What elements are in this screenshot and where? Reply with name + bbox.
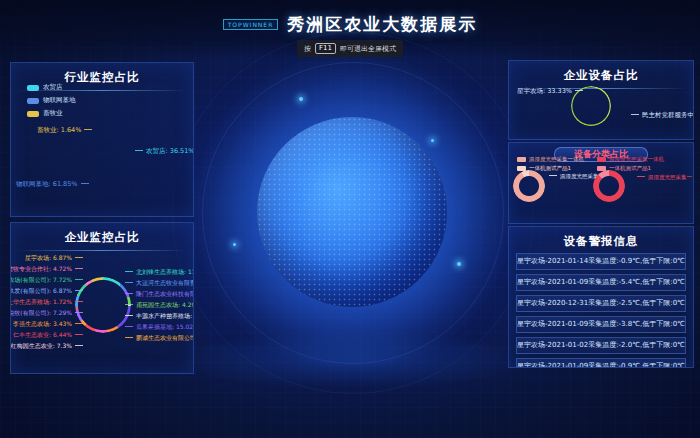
chart-label: 民主村党群服务中心:	[631, 111, 694, 120]
dashboard: TOPWINNER 秀洲区农业大数据展示 按 F11 即可退出全屏模式 行业监控…	[0, 0, 700, 438]
chart-label: 农贸店: 36.51%	[135, 147, 194, 156]
chart-label: 红梅园生态农业: 7.3%	[11, 342, 83, 351]
fullscreen-hint-toast: 按 F11 即可退出全屏模式	[297, 40, 403, 57]
legend-label: 温湿度光照采集一体机	[609, 156, 664, 163]
chart-label: 仁丰生态农业: 6.44%	[13, 331, 83, 340]
panel-corner	[186, 222, 194, 230]
legend-swatch	[27, 85, 39, 91]
hint-prefix: 按	[304, 44, 311, 54]
chart-label: 温湿度光照采集一	[637, 174, 692, 181]
panel-corner	[686, 60, 694, 68]
panel-corner	[686, 132, 694, 140]
globe-floor-glow	[170, 330, 534, 390]
alert-row: 星宇农场-2021-01-14采集温度:-0.9℃,低于下限:0℃	[516, 253, 686, 270]
chart-label: 星宇农场: 33.33%	[517, 87, 583, 96]
legend-swatch	[517, 157, 526, 162]
chart-label: 上华生态养殖场: 1.72%	[10, 298, 83, 307]
chart-label: 家福农场(有限公司): 7.72%	[10, 276, 83, 285]
panel-title: 企业设备占比	[509, 68, 693, 83]
legend-label: 畜牧业	[43, 109, 63, 118]
industry-legend: 农贸店 物联网基地 畜牧业	[27, 83, 76, 122]
panel-industry-monitor: 行业监控占比 农贸店 物联网基地 畜牧业 畜牧业: 1.64% 农贸店: 36.…	[10, 62, 194, 217]
donut-chart-device-class-left[interactable]	[513, 170, 545, 202]
globe-dot-map	[257, 117, 447, 307]
panel-corner	[508, 216, 516, 224]
panel-corner	[686, 216, 694, 224]
chart-label: 大运河生态牧业有限责任公	[125, 279, 194, 288]
panel-corner	[10, 366, 18, 374]
panel-enterprise-device: 企业设备占比 星宇农场: 33.33% 民主村党群服务中心:	[508, 60, 694, 140]
legend-item[interactable]: 温湿度光照采集一体机	[517, 156, 584, 163]
chart-label: 甫苑园生态农场: 4.29	[125, 301, 194, 310]
panel-corner	[508, 132, 516, 140]
globe-sphere	[257, 117, 447, 307]
brand-logo: TOPWINNER	[223, 19, 279, 30]
chart-label: 丰源水产种苗养殖场: 1.	[125, 312, 194, 321]
legend-swatch	[597, 157, 606, 162]
alert-row: 星宇农场-2021-01-09采集温度:-0.9℃,低于下限:0℃	[516, 358, 686, 368]
glow-dot	[233, 243, 236, 246]
glow-dot	[299, 97, 303, 101]
alert-row: 星宇农场-2021-01-02采集温度:-2.0℃,低于下限:0℃	[516, 337, 686, 354]
panel-corner	[686, 226, 694, 234]
panel-corner	[508, 226, 516, 234]
alert-row: 星宇农场-2021-01-09采集温度:-5.4℃,低于下限:0℃	[516, 274, 686, 291]
legend-label: 物联网基地	[43, 96, 76, 105]
legend-swatch	[27, 111, 39, 117]
alert-row: 星宇农场-2021-01-09采集温度:-3.8℃,低于下限:0℃	[516, 316, 686, 333]
panel-corner	[10, 209, 18, 217]
panel-device-alerts: 设备警报信息 星宇农场-2021-01-14采集温度:-0.9℃,低于下限:0℃…	[508, 226, 694, 368]
donut-chart-device-class-right[interactable]	[593, 170, 625, 202]
panel-corner	[10, 222, 18, 230]
legend-label: 农贸店	[43, 83, 63, 92]
legend-item[interactable]: 畜牧业	[27, 109, 76, 118]
legend-item[interactable]: 温湿度光照采集一体机	[597, 156, 664, 163]
panel-corner	[508, 60, 516, 68]
chart-label: 和超雪牧专业合作社: 4.72%	[10, 265, 83, 274]
donut-chart-enterprise-monitor[interactable]	[75, 277, 131, 333]
panel-corner	[186, 366, 194, 374]
panel-device-classification: 设备分类占比 温湿度光照采集一体机 一体机测试产品1 温湿度光照采集一 温湿度光…	[508, 142, 694, 224]
panel-title: 企业监控占比	[11, 230, 193, 245]
chart-label: 中悦牧(有限公司): 7.29%	[10, 309, 83, 318]
chart-label: 隆门生态农业科技有限公	[125, 290, 194, 299]
chart-label: 星宇农场: 6.87%	[25, 254, 83, 263]
hint-suffix: 即可退出全屏模式	[340, 44, 396, 54]
panel-corner	[686, 360, 694, 368]
header: TOPWINNER 秀洲区农业大数据展示	[0, 13, 700, 36]
legend-swatch	[27, 98, 39, 104]
f11-keycap: F11	[315, 43, 336, 54]
panel-title: 设备警报信息	[509, 234, 693, 249]
panel-corner	[186, 62, 194, 70]
panel-corner	[508, 360, 516, 368]
legend-item[interactable]: 物联网基地	[27, 96, 76, 105]
chart-label: 物联网基地: 61.85%	[16, 180, 89, 189]
panel-enterprise-monitor: 企业监控占比 星宇农场: 6.87% 和超雪牧专业合作社: 4.72% 家福农场…	[10, 222, 194, 374]
panel-corner	[186, 209, 194, 217]
chart-label: 瓜果采摘基地: 15.02%	[125, 323, 194, 332]
alert-list: 星宇农场-2021-01-14采集温度:-0.9℃,低于下限:0℃ 星宇农场-2…	[516, 253, 686, 368]
alert-row: 星宇农场-2020-12-31采集温度:-2.5℃,低于下限:0℃	[516, 295, 686, 312]
chart-label: 李强生态农场: 3.43%	[13, 320, 83, 329]
chart-label: 畜牧业: 1.64%	[37, 126, 92, 135]
panel-corner	[686, 142, 694, 150]
chart-label: 润玖发(有限公司): 6.87%	[10, 287, 83, 296]
glow-dot	[431, 139, 434, 142]
chart-label: 北刘锋生态养殖场: 11.16%	[125, 268, 194, 277]
panel-corner	[10, 62, 18, 70]
title-divider	[17, 250, 187, 251]
chart-label: 鹏诚生态农业有限公司: 6.87%	[125, 334, 194, 343]
page-title: 秀洲区农业大数据展示	[287, 13, 477, 36]
glow-dot	[457, 262, 461, 266]
legend-label: 温湿度光照采集一体机	[529, 156, 584, 163]
legend-item[interactable]: 农贸店	[27, 83, 76, 92]
panel-corner	[508, 142, 516, 150]
